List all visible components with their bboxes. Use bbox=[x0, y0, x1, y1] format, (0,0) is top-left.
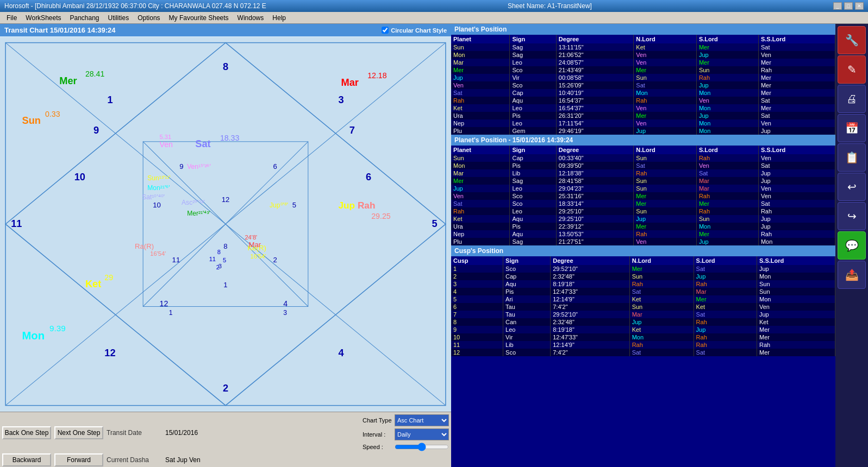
interval-select[interactable]: Daily bbox=[395, 428, 449, 440]
chart-style-checkbox[interactable] bbox=[382, 27, 389, 34]
close-button[interactable]: ✕ bbox=[855, 2, 864, 10]
table-row: Rah Aqu 16:54'37" Rah Ven Sat bbox=[451, 97, 835, 104]
forward-nav-button[interactable]: ↪ bbox=[838, 202, 866, 230]
sheet-name: Sheet Name: A1-TransitNew] bbox=[508, 2, 592, 10]
cell-degree: 09:39'50" bbox=[556, 162, 633, 169]
cell-degree: 28:41'58" bbox=[556, 177, 633, 185]
cell-planet: Mon bbox=[451, 51, 510, 59]
cell-nlord: Mon bbox=[629, 333, 694, 341]
cell-degree: 29:52'10" bbox=[551, 265, 629, 273]
cell-slord: Rah bbox=[696, 154, 758, 162]
cell-degree: 21:43'49" bbox=[556, 66, 633, 74]
maximize-button[interactable]: □ bbox=[844, 2, 853, 10]
cell-degree: 13:11'15" bbox=[556, 43, 633, 51]
col-slord-natal: S.Lord bbox=[696, 35, 758, 43]
notes-button[interactable]: 📋 bbox=[838, 143, 866, 172]
cell-nlord: Ven bbox=[634, 104, 697, 112]
cell-sslord: Mer bbox=[757, 326, 835, 333]
tools-button[interactable]: 🔧 bbox=[838, 26, 866, 54]
cell-sslord: Mer bbox=[757, 333, 835, 341]
table-row: 11 Lib 12:14'9" Rah Rah Rah bbox=[451, 341, 835, 349]
cell-degree: 8:19'18" bbox=[551, 280, 629, 288]
cell-sslord: Sat bbox=[758, 97, 835, 104]
svg-text:4: 4 bbox=[283, 299, 288, 308]
table-row: Mar Lib 12:18'38" Rah Sat Jup bbox=[451, 169, 835, 177]
col-slord-transit: S.Lord bbox=[696, 146, 758, 154]
menu-options[interactable]: Options bbox=[133, 13, 164, 23]
chart-type-select[interactable]: Asc Chart bbox=[395, 414, 449, 426]
menu-utilities[interactable]: Utilities bbox=[104, 13, 134, 23]
cell-sslord: Sat bbox=[758, 200, 835, 207]
planets-position-transit-table: Planet Sign Degree N.Lord S.Lord S.S.Lor… bbox=[451, 146, 835, 245]
window-controls[interactable]: _ □ ✕ bbox=[833, 2, 864, 10]
back-one-step-button[interactable]: Back One Step bbox=[2, 426, 51, 439]
svg-text:Mon²¹'⁶': Mon²¹'⁶' bbox=[147, 184, 170, 192]
cell-sign: Ari bbox=[503, 295, 551, 303]
col-cusp: Cusp bbox=[451, 256, 503, 265]
backward-button[interactable]: Backward bbox=[2, 453, 51, 466]
interval-row: Interval : Daily bbox=[363, 428, 449, 440]
menu-favourites[interactable]: My Favourite Sheets bbox=[165, 13, 233, 23]
forward-button[interactable]: Forward bbox=[54, 453, 103, 466]
cell-nlord: Sun bbox=[634, 154, 697, 162]
cell-sslord: Jup bbox=[757, 311, 835, 318]
col-slord-cusp: S.Lord bbox=[694, 256, 757, 265]
chart-header: Transit Chart 15/01/2016 14:39:24 Circul… bbox=[0, 24, 451, 36]
cell-degree: 26:31'20" bbox=[556, 112, 633, 119]
cell-nlord: Ven bbox=[634, 119, 697, 127]
svg-text:9.39: 9.39 bbox=[49, 324, 66, 333]
menu-help[interactable]: Help bbox=[268, 13, 290, 23]
svg-text:12: 12 bbox=[104, 348, 115, 358]
table-row: Mon Sag 21:06'52" Ven Jup Ven bbox=[451, 51, 835, 59]
cell-nlord: Sun bbox=[634, 74, 697, 81]
cell-sign: Sag bbox=[510, 177, 556, 185]
print-button[interactable]: 🖨 bbox=[838, 85, 866, 113]
share-button[interactable]: 📤 bbox=[838, 261, 866, 289]
svg-text:2: 2 bbox=[216, 264, 220, 270]
chart-style-control[interactable]: Circular Chart Style bbox=[382, 27, 447, 34]
svg-text:12: 12 bbox=[160, 299, 168, 308]
minimize-button[interactable]: _ bbox=[833, 2, 842, 10]
svg-text:3: 3 bbox=[338, 94, 344, 105]
cell-slord: Mer bbox=[696, 200, 758, 207]
calendar-button[interactable]: 📅 bbox=[838, 114, 866, 142]
cell-planet: Sun bbox=[451, 154, 510, 162]
next-one-step-button[interactable]: Next One Step bbox=[54, 426, 103, 439]
table-row: 6 Tau 7:4'2" Sun Ket Ven bbox=[451, 303, 835, 311]
cell-planet: Ket bbox=[451, 104, 510, 112]
cell-nlord: Rah bbox=[634, 97, 697, 104]
col-sign-natal: Sign bbox=[510, 35, 556, 43]
cell-nlord: Ven bbox=[634, 59, 697, 66]
back-nav-button[interactable]: ↩ bbox=[838, 173, 866, 201]
table-row: Nep Leo 17:11'54" Ven Mon Ven bbox=[451, 119, 835, 127]
table-row: 4 Pis 12:47'33" Sat Mar Sun bbox=[451, 288, 835, 295]
cell-sslord: Jup bbox=[757, 265, 835, 273]
whatsapp-button[interactable]: 💬 bbox=[838, 231, 866, 260]
cell-planet: Rah bbox=[451, 97, 510, 104]
cell-sslord: Rah bbox=[758, 66, 835, 74]
cell-degree: 13:50'53" bbox=[556, 230, 633, 238]
menu-windows[interactable]: Windows bbox=[233, 13, 268, 23]
cell-nlord: Ket bbox=[629, 295, 694, 303]
cell-slord: Mer bbox=[696, 230, 758, 238]
controls-row1: Back One Step Next One Step Transit Date… bbox=[2, 414, 449, 451]
cell-slord: Rah bbox=[696, 192, 758, 200]
title-bar: Horosoft - [Dhirubhi Ambani 28/12/1932 0… bbox=[0, 0, 868, 12]
cell-nlord: Mer bbox=[634, 192, 697, 200]
cell-degree: 2:32'48" bbox=[551, 318, 629, 326]
transit-date-value: 15/01/2016 bbox=[165, 429, 198, 437]
speed-slider[interactable] bbox=[395, 443, 449, 451]
cell-sign: Pis bbox=[503, 288, 551, 295]
cell-slord: Mon bbox=[696, 223, 758, 230]
menu-worksheets[interactable]: WorkSheets bbox=[21, 13, 65, 23]
speed-row: Speed : bbox=[363, 443, 449, 451]
menu-panchang[interactable]: Panchang bbox=[65, 13, 103, 23]
svg-text:8: 8 bbox=[223, 61, 228, 72]
menu-file[interactable]: File bbox=[2, 13, 21, 23]
chart-type-area: Chart Type Asc Chart Interval : Daily Sp… bbox=[363, 414, 449, 451]
cell-sslord: Ven bbox=[758, 119, 835, 127]
svg-text:Ket: Ket bbox=[85, 279, 101, 289]
svg-text:5: 5 bbox=[432, 218, 438, 229]
edit-button[interactable]: ✎ bbox=[838, 55, 866, 84]
chart-panel: Transit Chart 15/01/2016 14:39:24 Circul… bbox=[0, 24, 451, 467]
